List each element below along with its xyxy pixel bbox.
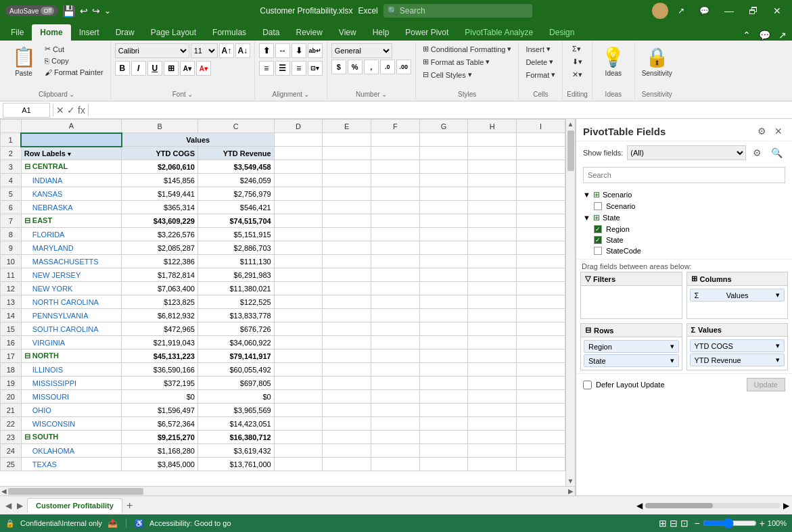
cell-b5[interactable]: $1,549,441 (122, 187, 198, 201)
redo-icon[interactable]: ↪ (92, 5, 100, 16)
align-right-button[interactable]: ≡ (292, 61, 306, 76)
cell-a12[interactable]: NEW YORK (21, 282, 122, 295)
align-middle-button[interactable]: ↔ (275, 43, 290, 58)
cell-c4[interactable]: $246,059 (197, 174, 274, 187)
row-header-24[interactable]: 24 (1, 444, 22, 458)
copy-button[interactable]: ⎘ Copy (42, 55, 106, 66)
col-header-g[interactable]: G (419, 120, 468, 133)
cell-b16[interactable]: $21,919,043 (122, 336, 198, 349)
increase-decimal-button[interactable]: .00 (396, 59, 411, 74)
row-header-1[interactable]: 1 (1, 133, 22, 147)
cut-button[interactable]: ✂ Cut (42, 43, 106, 55)
font-name-select[interactable]: Calibri (115, 43, 189, 58)
page-break-view-icon[interactable]: ⊡ (680, 518, 689, 529)
row-header-9[interactable]: 9 (1, 241, 22, 255)
cell-a3[interactable]: ⊟ CENTRAL (21, 160, 122, 174)
ideas-button[interactable]: 💡 Ideas (597, 43, 630, 80)
cell-b15[interactable]: $472,965 (122, 322, 198, 336)
cell-c2[interactable]: YTD Revenue (197, 147, 274, 160)
cell-f2[interactable] (371, 147, 420, 160)
cell-a22[interactable]: WISCONSIN (21, 417, 122, 431)
cell-b2[interactable]: YTD COGS (122, 147, 198, 160)
cell-e2[interactable] (323, 147, 371, 160)
row-header-12[interactable]: 12 (1, 282, 22, 295)
rows-region-arrow[interactable]: ▾ (670, 342, 674, 351)
customize-icon[interactable]: ⌄ (104, 6, 111, 16)
state-checkbox[interactable]: ✓ (594, 236, 602, 244)
underline-button[interactable]: U (147, 61, 162, 76)
font-size-select[interactable]: 11 (191, 43, 218, 58)
sheet-next-button[interactable]: ▶ (14, 500, 26, 512)
align-left-button[interactable]: ≡ (259, 61, 274, 76)
cell-b6[interactable]: $365,314 (122, 201, 198, 214)
row-header-10[interactable]: 10 (1, 255, 22, 268)
cell-a13[interactable]: NORTH CAROLINA (21, 295, 122, 309)
cell-b22[interactable]: $6,572,364 (122, 417, 198, 431)
share-button[interactable]: ↗ (672, 3, 690, 18)
col-header-b[interactable]: B (122, 120, 198, 133)
align-center-button[interactable]: ☰ (275, 61, 290, 76)
cell-c6[interactable]: $546,421 (197, 201, 274, 214)
region-checkbox[interactable]: ✓ (594, 225, 602, 233)
horizontal-scrollbar[interactable]: ◀ ▶ (0, 486, 575, 495)
cell-c7[interactable]: $74,515,704 (197, 214, 274, 228)
cell-b1[interactable]: Values (122, 133, 274, 147)
cell-c5[interactable]: $2,756,979 (197, 187, 274, 201)
tab-data[interactable]: Data (254, 24, 287, 41)
drag-field-ytd-cogs[interactable]: YTD COGS ▾ (690, 339, 785, 352)
cell-a5[interactable]: KANSAS (21, 187, 122, 201)
columns-values-arrow[interactable]: ▾ (776, 291, 780, 299)
cell-a20[interactable]: MISSOURI (21, 390, 122, 404)
cell-c15[interactable]: $676,726 (197, 322, 274, 336)
sensitivity-button[interactable]: 🔒 Sensitivity (639, 43, 675, 80)
cell-i1[interactable] (517, 133, 565, 147)
tab-insert[interactable]: Insert (71, 24, 108, 41)
cell-g2[interactable] (419, 147, 468, 160)
statecode-checkbox[interactable] (594, 247, 602, 255)
cell-c19[interactable]: $697,805 (197, 377, 274, 390)
formula-cancel-icon[interactable]: ✕ (56, 105, 64, 116)
alignment-expand-icon[interactable]: ⌄ (304, 91, 309, 98)
cell-a1[interactable] (21, 133, 122, 147)
cell-c23[interactable]: $16,380,712 (197, 431, 274, 444)
cell-b9[interactable]: $2,085,287 (122, 241, 198, 255)
col-header-h[interactable]: H (468, 120, 517, 133)
col-header-i[interactable]: I (517, 120, 565, 133)
zoom-slider[interactable] (703, 518, 757, 529)
ytd-cogs-arrow[interactable]: ▾ (776, 341, 780, 350)
drag-field-region[interactable]: Region ▾ (584, 340, 679, 353)
autosum-button[interactable]: Σ▾ (569, 43, 584, 55)
scroll-thumb-h[interactable] (8, 488, 143, 495)
scroll-thumb-v[interactable] (567, 130, 574, 171)
row-header-6[interactable]: 6 (1, 201, 22, 214)
format-painter-button[interactable]: 🖌 Format Painter (42, 67, 106, 78)
tab-page-layout[interactable]: Page Layout (143, 24, 204, 41)
autosave-toggle[interactable]: AutoSave Off (5, 5, 58, 16)
field-item-state[interactable]: ✓ State (576, 235, 792, 245)
cell-a16[interactable]: VIRGINIA (21, 336, 122, 349)
cell-a10[interactable]: MASSACHUSETTS (21, 255, 122, 268)
cell-b17[interactable]: $45,131,223 (122, 349, 198, 363)
cell-c21[interactable]: $3,965,569 (197, 404, 274, 417)
cell-f1[interactable] (371, 133, 420, 147)
cell-a19[interactable]: MISSISSIPPI (21, 377, 122, 390)
cell-c11[interactable]: $6,291,983 (197, 268, 274, 282)
cell-styles-button[interactable]: ⊟ Cell Styles ▾ (420, 69, 475, 80)
clear-button[interactable]: ✕▾ (569, 69, 585, 80)
row-header-17[interactable]: 17 (1, 349, 22, 363)
cell-b13[interactable]: $123,825 (122, 295, 198, 309)
conditional-formatting-button[interactable]: ⊞ Conditional Formatting ▾ (420, 43, 515, 55)
close-button[interactable]: ✕ (768, 3, 787, 19)
cell-d1[interactable] (274, 133, 323, 147)
font-expand-icon[interactable]: ⌄ (187, 91, 193, 98)
cell-c24[interactable]: $3,619,432 (197, 444, 274, 458)
tab-formulas[interactable]: Formulas (204, 24, 254, 41)
row-header-2[interactable]: 2 (1, 147, 22, 160)
cell-a9[interactable]: MARYLAND (21, 241, 122, 255)
restore-button[interactable]: 🗗 (743, 3, 764, 19)
cell-b11[interactable]: $1,782,814 (122, 268, 198, 282)
cell-a14[interactable]: PENNSYLVANIA (21, 309, 122, 322)
formula-input[interactable] (91, 103, 789, 118)
cell-b8[interactable]: $3,226,576 (122, 228, 198, 241)
number-expand-icon[interactable]: ⌄ (381, 91, 387, 98)
